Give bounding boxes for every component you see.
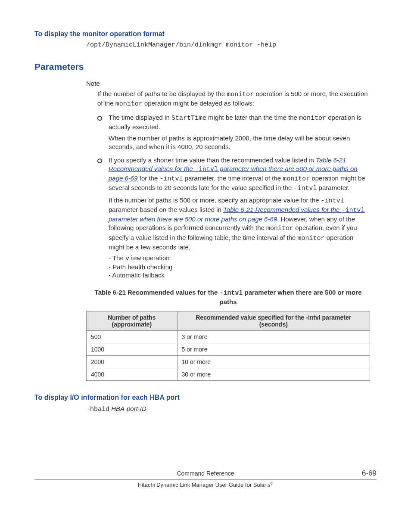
page-footer: Command Reference 6-69 Hitachi Dynamic L… — [34, 469, 377, 488]
table-row: 400030 or more — [87, 368, 370, 380]
code-inline: -intvl — [195, 166, 218, 173]
footer-page-number: 6-69 — [351, 469, 377, 478]
footer-line1: Command Reference 6-69 — [34, 469, 377, 479]
text: Table 6-21 Recommended values for the — [223, 206, 342, 213]
note-block: Note If the number of paths to be displa… — [86, 80, 370, 279]
code-inline: -intvl — [321, 197, 344, 205]
hbaid-syntax: -hbaid HBA-port-ID — [86, 405, 377, 413]
code-inline: -intvl — [293, 185, 317, 192]
param-name: HBA-port-ID — [109, 405, 146, 412]
text: Hitachi Dynamic Link Manager User Guide … — [138, 482, 271, 488]
text: - The — [109, 254, 125, 261]
text: operation — [141, 254, 170, 261]
table-header-row: Number of paths (approximate) Recommende… — [87, 311, 370, 330]
table-row: 5003 or more — [87, 330, 370, 343]
text: parameter. — [317, 184, 349, 191]
heading-parameters: Parameters — [34, 62, 377, 72]
heading-display-io-hba: To display I/O information for each HBA … — [34, 394, 377, 401]
code-inline: monitor — [283, 175, 310, 183]
recommended-values-table: Number of paths (approximate) Recommende… — [86, 311, 370, 381]
list-item: If you specify a shorter time value than… — [97, 156, 370, 279]
table-cell: 1000 — [87, 343, 177, 355]
list-item: The time displayed in StartTime might be… — [97, 113, 370, 152]
table-caption: Table 6-21 Recommended values for the -i… — [86, 288, 370, 307]
code-inline: -hbaid — [86, 406, 109, 413]
footer-doc-title: Hitachi Dynamic Link Manager User Guide … — [34, 481, 377, 488]
text: might be later than the time the — [206, 114, 299, 121]
sub-item: - The view operation — [109, 254, 370, 262]
code-monitor-help: /opt/DynamicLinkManager/bin/dlnkmgr moni… — [86, 41, 377, 49]
paragraph: If you specify a shorter time value than… — [109, 156, 370, 193]
code-inline: view — [125, 255, 141, 262]
note-intro: If the number of paths to be displayed b… — [97, 90, 370, 109]
table-cell: 500 — [87, 330, 177, 343]
table-cell: 5 or more — [177, 343, 370, 355]
text: The time displayed in — [109, 114, 171, 121]
note-label: Note — [86, 80, 370, 87]
table-header: Recommended value specified for the -int… — [177, 311, 370, 330]
text: parameter, the time interval of the — [183, 174, 283, 182]
paragraph: If the number of paths is 500 or more, s… — [109, 196, 370, 252]
table-row: 10005 or more — [87, 343, 370, 355]
code-inline: monitor — [115, 100, 143, 108]
table-cell: 3 or more — [177, 330, 370, 343]
code-inline: monitor — [299, 115, 326, 122]
table-cell: 2000 — [87, 355, 177, 368]
code-inline: monitor — [227, 91, 254, 98]
paragraph: The time displayed in StartTime might be… — [109, 113, 370, 132]
note-body: If the number of paths to be displayed b… — [97, 90, 370, 109]
table-cell: 10 or more — [177, 355, 370, 368]
sub-item: - Path health checking — [109, 263, 370, 271]
text: operation might be delayed as follows: — [143, 100, 254, 107]
table-header: Number of paths (approximate) — [87, 311, 177, 330]
text: for the — [138, 174, 160, 182]
text: If you specify a shorter time value than… — [109, 156, 316, 164]
text: If the number of paths to be displayed b… — [97, 90, 227, 97]
table-row: 200010 or more — [87, 355, 370, 368]
heading-display-monitor-format: To display the monitor operation format — [34, 30, 377, 38]
code-inline: -intvl — [159, 175, 183, 183]
text: Table 6-21 Recommended values for the — [95, 289, 220, 296]
text: If the number of paths is 500 or more, s… — [109, 196, 321, 204]
text: parameter when there are 500 or more pat… — [109, 215, 277, 223]
code-inline: -intvl — [342, 207, 365, 214]
text: parameter based on the values listed in — [109, 206, 223, 213]
paragraph: When the number of paths is approximatel… — [109, 134, 370, 152]
code-inline: monitor — [298, 235, 325, 242]
code-inline: StartTime — [171, 115, 206, 122]
table-cell: 30 or more — [177, 368, 370, 380]
code-inline: monitor — [266, 225, 293, 232]
sub-list: - The view operation - Path health check… — [109, 254, 370, 279]
bullet-list: The time displayed in StartTime might be… — [97, 113, 370, 279]
sub-item: - Automatic failback — [109, 271, 370, 279]
code-inline: -intvl — [219, 289, 243, 297]
footer-section-title: Command Reference — [60, 470, 351, 477]
registered-mark: ® — [271, 481, 274, 485]
table-cell: 4000 — [87, 368, 177, 380]
